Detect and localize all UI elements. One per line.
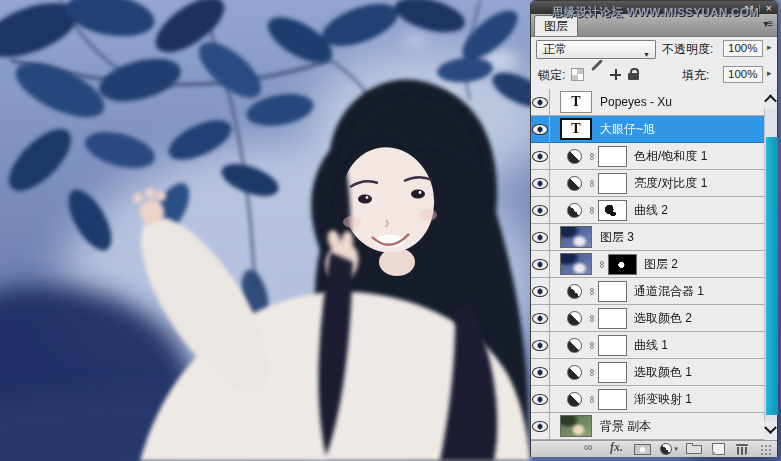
new-layer-icon[interactable] (712, 443, 725, 455)
link-icon: ∞ (587, 177, 598, 189)
new-adjustment-layer-icon[interactable] (660, 443, 672, 455)
lock-all-icon[interactable] (628, 68, 639, 81)
adjustment-layer-icon[interactable] (567, 338, 582, 353)
adjustment-layer-icon[interactable] (567, 392, 582, 407)
link-layers-icon[interactable]: ∞ (584, 440, 592, 454)
adjustment-layer-icon[interactable] (567, 365, 582, 380)
visibility-toggle[interactable] (531, 278, 550, 304)
layers-panel: ◀◀ × 图层 ▾≡ 正常 ▼ 不透明度: 100% ▸ 锁定: (530, 0, 778, 457)
fill-spinner-icon[interactable]: ▸ (767, 68, 772, 78)
fill-field[interactable]: 100% (723, 66, 763, 83)
lock-label: 锁定: (538, 67, 565, 84)
layer-row-hue-saturation[interactable]: ∞ 色相/饱和度 1 (531, 143, 777, 170)
layer-name: 渐变映射 1 (634, 391, 692, 408)
delete-layer-icon[interactable] (736, 443, 748, 455)
layer-mask-thumbnail[interactable] (598, 362, 627, 383)
visibility-toggle[interactable] (531, 170, 550, 196)
layer-name: 曲线 2 (634, 202, 668, 219)
layer-row-layer-3[interactable]: 图层 3 (531, 224, 777, 251)
layer-row-curves-2[interactable]: ∞ 曲线 2 (531, 197, 777, 224)
layer-name: 曲线 1 (634, 337, 668, 354)
adjustment-layer-icon[interactable] (567, 176, 582, 191)
layer-row-gradient-map[interactable]: ∞ 渐变映射 1 (531, 386, 777, 413)
scrollbar (764, 89, 777, 440)
layers-bottom-toolbar: ∞ fx. (531, 440, 777, 457)
layer-row-layer-2[interactable]: ∞ 图层 2 (531, 251, 777, 278)
layer-name: 图层 2 (644, 256, 678, 273)
layer-name: 大眼仔~旭 (600, 121, 655, 138)
blend-mode-select[interactable]: 正常 ▼ (536, 40, 656, 59)
eye-icon (532, 124, 548, 135)
photoshop-workspace: 思缘设计论坛 WWW.MISSYUAN.COM ◀◀ × 图层 ▾≡ 正常 ▼ … (0, 0, 781, 461)
visibility-toggle[interactable] (531, 332, 550, 358)
layer-row-popeyes[interactable]: T Popeyes - Xu (531, 89, 777, 116)
visibility-toggle[interactable] (531, 143, 550, 169)
layer-mask-thumbnail[interactable] (598, 200, 627, 221)
image-layer-thumbnail[interactable] (560, 253, 592, 275)
lock-transparency-icon[interactable] (571, 68, 584, 81)
layer-row-background-copy[interactable]: 背景 副本 (531, 413, 777, 440)
chevron-down-icon: ▼ (643, 46, 650, 63)
adjustment-layer-icon[interactable] (567, 284, 582, 299)
eye-icon (532, 340, 548, 351)
visibility-toggle[interactable] (531, 386, 550, 412)
fill-label: 填充: (682, 67, 709, 84)
layer-mask-thumbnail[interactable] (598, 281, 627, 302)
layer-mask-thumbnail[interactable] (598, 173, 627, 194)
new-group-icon[interactable] (686, 445, 702, 454)
visibility-toggle[interactable] (531, 116, 550, 142)
visibility-toggle[interactable] (531, 197, 550, 223)
text-layer-thumbnail[interactable]: T (560, 118, 592, 140)
layer-row-selective-color-1[interactable]: ∞ 选取颜色 1 (531, 359, 777, 386)
layer-row-selected[interactable]: T 大眼仔~旭 (531, 116, 777, 143)
layer-mask-thumbnail[interactable] (598, 146, 627, 167)
visibility-toggle[interactable] (531, 224, 550, 250)
adjustment-layer-icon[interactable] (567, 203, 582, 218)
layer-row-channel-mixer[interactable]: ∞ 通道混合器 1 (531, 278, 777, 305)
opacity-field[interactable]: 100% (723, 40, 763, 57)
visibility-toggle[interactable] (531, 305, 550, 331)
blend-mode-value: 正常 (543, 42, 567, 56)
layer-mask-thumbnail[interactable] (598, 308, 627, 329)
adjustment-layer-icon[interactable] (567, 311, 582, 326)
layer-row-selective-color-2[interactable]: ∞ 选取颜色 2 (531, 305, 777, 332)
layer-list: T Popeyes - Xu T 大眼仔~旭 ∞ 色相/饱和度 1 ∞ (531, 89, 777, 440)
resize-grip-icon[interactable] (760, 444, 771, 455)
layer-mask-thumbnail[interactable] (598, 335, 627, 356)
image-layer-thumbnail[interactable] (560, 226, 592, 248)
layer-name: 亮度/对比度 1 (634, 175, 707, 192)
layer-mask-thumbnail[interactable] (598, 389, 627, 410)
opacity-spinner-icon[interactable]: ▸ (767, 42, 772, 52)
layer-mask-thumbnail[interactable] (608, 254, 637, 275)
lock-position-icon[interactable] (609, 68, 622, 81)
lock-row: 锁定: 填充: 100% ▸ (531, 63, 777, 85)
layer-name: 图层 3 (600, 229, 634, 246)
eye-icon (532, 97, 548, 108)
blend-row: 正常 ▼ 不透明度: 100% ▸ (531, 37, 777, 59)
eye-icon (532, 232, 548, 243)
visibility-toggle[interactable] (531, 89, 550, 115)
visibility-toggle[interactable] (531, 359, 550, 385)
scroll-down-button[interactable] (764, 421, 777, 440)
visibility-toggle[interactable] (531, 251, 550, 277)
opacity-label: 不透明度: (662, 41, 713, 58)
chevron-up-icon (764, 94, 777, 107)
eye-icon (532, 313, 548, 324)
layer-row-brightness-contrast[interactable]: ∞ 亮度/对比度 1 (531, 170, 777, 197)
visibility-toggle[interactable] (531, 413, 550, 439)
image-layer-thumbnail[interactable] (560, 415, 592, 437)
add-layer-mask-icon[interactable] (634, 444, 651, 455)
lock-pixels-icon[interactable] (590, 68, 603, 81)
layer-name: Popeyes - Xu (600, 95, 672, 109)
adjustment-layer-icon[interactable] (567, 149, 582, 164)
text-layer-thumbnail[interactable]: T (560, 91, 592, 113)
layer-row-curves-1[interactable]: ∞ 曲线 1 (531, 332, 777, 359)
eye-icon (532, 394, 548, 405)
scroll-up-button[interactable] (764, 89, 777, 109)
layer-style-fx-icon[interactable]: fx. (610, 440, 623, 455)
link-icon: ∞ (597, 258, 608, 270)
eye-icon (532, 421, 548, 432)
scrollbar-thumb[interactable] (766, 137, 778, 415)
layer-name: 色相/饱和度 1 (634, 148, 707, 165)
scrollbar-track[interactable] (764, 109, 777, 421)
